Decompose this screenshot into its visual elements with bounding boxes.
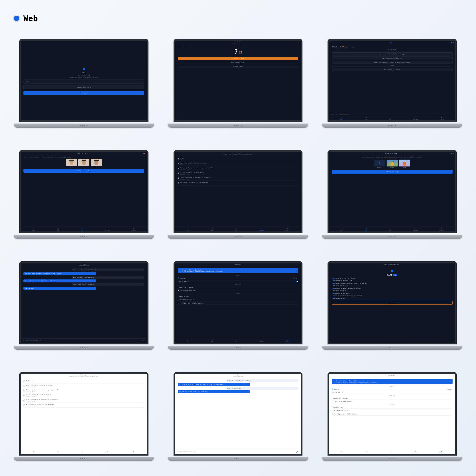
close-icon[interactable]	[453, 153, 454, 154]
generate-image-button[interactable]: Générer une image	[332, 170, 453, 174]
setting-about[interactable]: ⓘÀ propos de GenAI	[332, 409, 453, 412]
nav-settings[interactable]: ⚙Paramètres	[439, 228, 444, 231]
history-row[interactable]: 💬Excuse me, where is the nearest grocery…	[23, 388, 144, 393]
send-icon[interactable]: ➤	[453, 113, 454, 115]
history-row[interactable]: 💬Do you have any tips for studying effec…	[23, 398, 144, 403]
nav-audio[interactable]: ♪Audio	[235, 228, 238, 231]
setting-about[interactable]: ⓘÀ propos de GenAI	[178, 298, 299, 302]
nav-history[interactable]: ↻Historique	[413, 228, 418, 231]
nav-image[interactable]: ▣Image	[57, 228, 59, 231]
nav-settings[interactable]: ⚙Paramètres	[285, 339, 290, 342]
search-icon[interactable]: ⌕	[145, 375, 145, 376]
nav-home[interactable]: ⌂Accueil	[186, 228, 189, 231]
history-row[interactable]: 💬Any good movies coming out this weekend…	[23, 403, 144, 408]
setting-darkmode[interactable]: ◐Mode sombre	[332, 391, 453, 394]
generate-audio-button[interactable]: Générer une audio	[23, 169, 144, 173]
setting-privacy[interactable]: 🛡Politique de confidentialité	[178, 302, 299, 305]
setting-purchases[interactable]: 🧾Historique des achats	[332, 400, 453, 403]
nav-audio[interactable]: ♪Audio	[81, 228, 83, 231]
history-row[interactable]: 💬Do you have any tips for studying effec…	[178, 176, 299, 181]
pro-banner[interactable]: ★ Passer à la version Pro! Profitez de t…	[178, 268, 299, 273]
close-icon[interactable]	[144, 153, 145, 154]
nav-audio[interactable]: ♪Audio	[389, 228, 391, 231]
setting-rate[interactable]: ★Évaluez-nous	[332, 406, 453, 409]
close-icon[interactable]	[453, 42, 454, 43]
suggestion[interactable]: Pouvez-vous expliquer le concept de voya…	[332, 61, 453, 64]
nav-home[interactable]: ⌂Accueil	[186, 339, 189, 342]
nav-history[interactable]: ↻Historique	[413, 117, 418, 120]
chat-input[interactable]: Taper votre message ici...	[331, 113, 452, 115]
chat-input[interactable]: Taper votre message ici...	[179, 451, 295, 452]
suggestion[interactable]: Que souhaitez-vous créer?	[332, 68, 453, 71]
nav-home[interactable]: ⌂Accueil	[32, 228, 36, 231]
suggestion[interactable]: Quel temps fait-il aujourd'hui?	[332, 56, 453, 60]
close-icon[interactable]: ✕	[453, 264, 454, 265]
image-option-anime[interactable]: Animé	[399, 160, 410, 168]
nav-settings[interactable]: ⚙Paramètres	[285, 228, 290, 231]
nav-audio[interactable]: ♪Audio	[235, 339, 238, 342]
nav-image[interactable]: ▣Image	[365, 450, 367, 453]
setting-language[interactable]: 🌐LangueFrançais	[332, 388, 453, 391]
nav-home[interactable]: ⌂Accueil	[32, 450, 36, 453]
nav-history[interactable]: ↻Historique	[105, 450, 110, 453]
history-row[interactable]: 💬Can you recommend a good smartphone?202…	[178, 171, 299, 176]
avatar-option[interactable]: Emma	[66, 159, 77, 168]
setting-privacy[interactable]: 🛡Politique de confidentialité	[332, 412, 453, 416]
setting-rate[interactable]: ★Évaluez-nous	[178, 295, 299, 298]
mic-icon[interactable]: 🎤	[142, 340, 144, 341]
search-icon[interactable]: ⌕	[299, 153, 299, 154]
nav-home[interactable]: ⌂Accueil	[340, 228, 344, 231]
nav-image[interactable]: ▣Image	[57, 450, 59, 453]
restore-button[interactable]: Restaurer l'achat	[178, 65, 299, 68]
nav-history[interactable]: ↻Historique	[413, 450, 418, 453]
attach-icon[interactable]: ＋	[177, 451, 178, 453]
setting-darkmode[interactable]: ◐Mode sombre	[178, 280, 299, 283]
nav-image[interactable]: ▣Image	[211, 339, 214, 342]
chat-input[interactable]: Taper votre message ici...	[25, 340, 141, 341]
history-row[interactable]: 💬Hello2025-06-02 · 13:30	[178, 157, 299, 161]
nav-history[interactable]: ↻Historique	[105, 228, 110, 231]
nav-settings[interactable]: ⚙Paramètres	[439, 450, 444, 453]
nav-image[interactable]: ▣Image	[365, 228, 367, 231]
nav-audio[interactable]: ♪Audio	[81, 450, 83, 453]
google-button[interactable]: Continue avec Google	[23, 85, 144, 89]
history-row[interactable]: 💬Excuse me, where is the nearest grocery…	[178, 166, 299, 171]
mic-icon[interactable]: 🎤	[296, 451, 298, 453]
send-icon[interactable]: ➤	[144, 340, 145, 341]
nav-settings[interactable]: ⚙Paramètres	[439, 117, 444, 120]
history-row[interactable]: 💬What's the weather forecast for today?2…	[178, 161, 299, 166]
close-icon[interactable]: ✕	[299, 264, 299, 265]
nav-home[interactable]: ⌂Accueil	[340, 450, 344, 453]
avatar-option[interactable]: John	[78, 159, 90, 168]
attach-icon[interactable]: ＋	[22, 340, 24, 342]
nav-home[interactable]: ⌂Accueil	[340, 117, 344, 120]
email-field[interactable]: Email	[23, 79, 144, 84]
continue-button[interactable]: Continuer	[23, 91, 144, 95]
setting-restore[interactable]: ↺Restaurer l'achat	[332, 397, 453, 400]
expand-icon[interactable]	[451, 153, 452, 154]
history-row[interactable]: 💬What's the weather forecast for today?2…	[23, 383, 144, 388]
avatar-option[interactable]: Robert	[91, 159, 102, 168]
nav-history[interactable]: ↻Historique	[259, 228, 264, 231]
setting-purchases[interactable]: 🧾Historique des achats	[178, 289, 299, 292]
image-option-robot[interactable]: Un Robot	[386, 160, 398, 168]
expand-icon[interactable]	[143, 153, 144, 154]
dark-toggle[interactable]	[295, 281, 298, 282]
nav-image[interactable]: ▣Image	[365, 117, 367, 120]
pro-banner[interactable]: ★ Passer à la version Pro! Profitez de t…	[332, 379, 453, 384]
history-row[interactable]: 💬Can you recommend a good smartphone?202…	[23, 393, 144, 398]
nav-image[interactable]: ▣Image	[211, 228, 214, 231]
suggestion[interactable]: Pouvez-vous m'aider à planifier un voyag…	[332, 52, 453, 56]
expand-icon[interactable]	[451, 42, 452, 43]
nav-settings[interactable]: ⚙Paramètres	[131, 228, 136, 231]
nav-audio[interactable]: ♪Audio	[389, 117, 391, 120]
setting-restore[interactable]: ↺Restaurer l'achat	[178, 286, 299, 289]
send-icon[interactable]: ➤	[299, 451, 299, 453]
image-option-none[interactable]: ⊘ No Model	[374, 160, 385, 168]
nav-settings[interactable]: ⚙Paramètres	[131, 450, 136, 453]
buy-button[interactable]: Acheter	[332, 301, 453, 305]
purchase-history-button[interactable]: Historique des achats	[178, 61, 299, 64]
close-icon[interactable]: ✕	[453, 375, 454, 376]
nav-audio[interactable]: ♪Audio	[389, 450, 391, 453]
buy-credits-button[interactable]: Acheter des crédits	[178, 57, 299, 60]
